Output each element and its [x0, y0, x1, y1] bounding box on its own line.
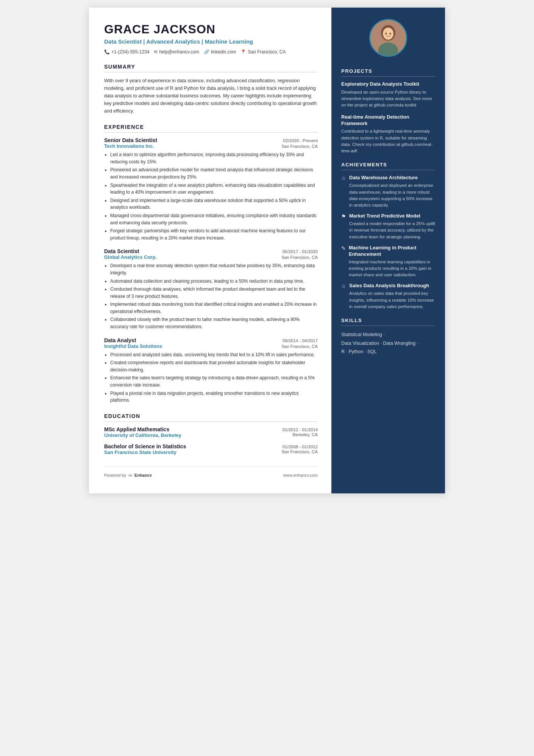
edu-date-1: 01/2012 - 01/2014	[283, 427, 318, 432]
svg-point-4	[383, 28, 393, 40]
bullet: Pioneered an advanced predictive model f…	[110, 166, 318, 180]
achievement-icon-3: ✎	[341, 245, 346, 251]
edu-degree-1: MSc Applied Mathematics	[104, 426, 169, 432]
summary-title: SUMMARY	[104, 64, 318, 72]
email-icon: ✉	[154, 49, 158, 55]
skills-text: Statistical Modeling · Data Visualizatio…	[341, 330, 435, 356]
job-bullets-1: Led a team to optimize algorithm perform…	[104, 151, 318, 241]
job-header-2: Data Scientist 05/2017 - 01/2020	[104, 248, 318, 254]
bullet: Automated data collection and cleaning p…	[110, 278, 318, 285]
achievements-title: ACHIEVEMENTS	[341, 162, 435, 170]
achievement-entry-3: ✎ Machine Learning in Product Enhancemen…	[341, 245, 435, 279]
bullet: Managed cross-departmental data governan…	[110, 212, 318, 226]
footer: Powered by ∞ Enhancv www.enhancv.com	[104, 466, 318, 478]
job-title-3: Data Analyst	[104, 337, 136, 343]
bullet: Developed a real-time anomaly detection …	[110, 262, 318, 276]
job-company-row-2: Global Analytics Corp. San Francisco, CA	[104, 254, 318, 260]
edu-school-1: University of California, Berkeley	[104, 432, 181, 438]
bullet: Forged strategic partnerships with key v…	[110, 227, 318, 241]
experience-section: EXPERIENCE Senior Data Scientist 02/2020…	[104, 124, 318, 404]
bullet: Enhanced the sales team's targeting stra…	[110, 374, 318, 388]
enhancv-brand: Enhancv	[134, 473, 152, 477]
job-header-1: Senior Data Scientist 02/2020 - Present	[104, 137, 318, 143]
skills-section: SKILLS Statistical Modeling · Data Visua…	[331, 318, 445, 356]
achievements-section: ACHIEVEMENTS ☆ Data Warehouse Architectu…	[331, 162, 445, 310]
job-company-2: Global Analytics Corp.	[104, 254, 157, 260]
footer-right: www.enhancv.com	[283, 473, 318, 477]
job-company-row-1: Tech Innovations Inc. San Francisco, CA	[104, 143, 318, 149]
job-title-1: Senior Data Scientist	[104, 137, 157, 143]
project-name-2: Real-time Anomaly Detection Framework	[341, 114, 435, 127]
bullet: Processed and analyzed sales data, uncov…	[110, 351, 318, 358]
email-item: ✉ help@enhancv.com	[154, 49, 199, 55]
skill-line-2: Data Visualization · Data Wrangling ·	[341, 341, 418, 346]
skill-line-3: R · Python · SQL	[341, 349, 377, 354]
bullet: Played a pivotal role in data migration …	[110, 390, 318, 404]
job-company-row-3: Insightful Data Solutions San Francisco,…	[104, 343, 318, 349]
bullet: Designed and implemented a large-scale d…	[110, 197, 318, 211]
job-date-2: 05/2017 - 01/2020	[283, 249, 318, 254]
edu-location-2: San Francisco, CA	[281, 449, 318, 455]
resume-wrapper: GRACE JACKSON Data Scientist | Advanced …	[89, 8, 445, 493]
job-company-1: Tech Innovations Inc.	[104, 143, 154, 149]
avatar	[369, 19, 407, 57]
linkedin-icon: 🔗	[204, 49, 209, 55]
achievement-icon-2: ⚑	[341, 213, 346, 219]
summary-section: SUMMARY With over 9 years of experience …	[104, 64, 318, 115]
job-company-3: Insightful Data Solutions	[104, 343, 162, 349]
job-location-1: San Francisco, CA	[281, 144, 318, 149]
job-bullets-3: Processed and analyzed sales data, uncov…	[104, 351, 318, 404]
project-desc-1: Developed an open-source Python library …	[341, 89, 435, 109]
edu-degree-2: Bachelor of Science in Statistics	[104, 443, 186, 449]
achievement-entry-1: ☆ Data Warehouse Architecture Conceptual…	[341, 175, 435, 208]
edu-date-2: 01/2008 - 01/2012	[283, 445, 318, 449]
achievement-content-2: Market Trend Predictive Model Created a …	[349, 213, 435, 240]
contact-row: 📞 +1-(234)-555-1234 ✉ help@enhancv.com 🔗…	[104, 49, 318, 55]
skill-line-1: Statistical Modeling ·	[341, 332, 385, 337]
edu-entry-1: MSc Applied Mathematics 01/2012 - 01/201…	[104, 426, 318, 438]
achievement-content-4: Sales Data Analysis Breakthrough Analyti…	[349, 283, 435, 310]
bullet: Conducted thorough data analyses, which …	[110, 286, 318, 300]
achievement-desc-3: Integrated machine learning capabilities…	[349, 259, 435, 279]
svg-point-5	[385, 33, 387, 34]
edu-entry-2: Bachelor of Science in Statistics 01/200…	[104, 443, 318, 455]
job-title: Data Scientist | Advanced Analytics | Ma…	[104, 38, 318, 45]
location-value: San Francisco, CA	[248, 49, 286, 55]
achievement-title-3: Machine Learning in Product Enhancement	[349, 245, 435, 258]
enhancv-infinity-icon: ∞	[128, 472, 132, 478]
achievement-icon-4: ☆	[341, 283, 346, 289]
powered-by-label: Powered by	[104, 473, 126, 477]
project-entry-2: Real-time Anomaly Detection Framework Co…	[341, 114, 435, 155]
achievement-entry-4: ☆ Sales Data Analysis Breakthrough Analy…	[341, 283, 435, 310]
bullet: Created comprehensive reports and dashbo…	[110, 359, 318, 373]
location-item: 📍 San Francisco, CA	[240, 49, 286, 55]
footer-left: Powered by ∞ Enhancv	[104, 472, 152, 478]
linkedin-value: linkedin.com	[211, 49, 236, 55]
left-column: GRACE JACKSON Data Scientist | Advanced …	[89, 8, 331, 493]
phone-value: +1-(234)-555-1234	[111, 49, 149, 55]
bullet: Implemented robust data monitoring tools…	[110, 301, 318, 315]
full-name: GRACE JACKSON	[104, 23, 318, 36]
projects-title: PROJECTS	[341, 68, 435, 77]
achievement-desc-1: Conceptualized and deployed an enterpris…	[349, 182, 435, 208]
phone-item: 📞 +1-(234)-555-1234	[104, 49, 149, 55]
email-value: help@enhancv.com	[159, 49, 199, 55]
right-column: PROJECTS Exploratory Data Analysis Toolk…	[331, 8, 445, 493]
experience-title: EXPERIENCE	[104, 124, 318, 133]
phone-icon: 📞	[104, 49, 110, 55]
avatar-area	[331, 8, 445, 64]
edu-school-row-1: University of California, Berkeley Berke…	[104, 432, 318, 438]
projects-section: PROJECTS Exploratory Data Analysis Toolk…	[331, 68, 445, 154]
skills-title: SKILLS	[341, 318, 435, 326]
education-section: EDUCATION MSc Applied Mathematics 01/201…	[104, 413, 318, 455]
edu-school-2: San Francisco State University	[104, 449, 176, 455]
job-entry-3: Data Analyst 09/2014 - 04/2017 Insightfu…	[104, 337, 318, 404]
edu-header-2: Bachelor of Science in Statistics 01/200…	[104, 443, 318, 449]
achievement-content-1: Data Warehouse Architecture Conceptualiz…	[349, 175, 435, 208]
achievement-content-3: Machine Learning in Product Enhancement …	[349, 245, 435, 279]
location-icon: 📍	[240, 49, 246, 55]
achievement-entry-2: ⚑ Market Trend Predictive Model Created …	[341, 213, 435, 240]
education-title: EDUCATION	[104, 413, 318, 422]
job-entry-1: Senior Data Scientist 02/2020 - Present …	[104, 137, 318, 241]
name-block: GRACE JACKSON Data Scientist | Advanced …	[104, 23, 318, 45]
